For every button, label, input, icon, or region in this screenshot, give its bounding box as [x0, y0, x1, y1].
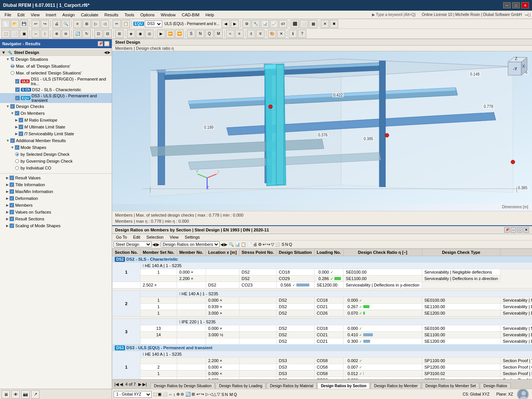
design-ratios-select[interactable]: Design Ratios on Members	[161, 241, 220, 247]
nav-close[interactable]: ✕	[104, 41, 109, 46]
bt2[interactable]: ▣	[158, 392, 162, 397]
online-expand[interactable]: □	[528, 13, 530, 17]
tb-x2[interactable]: ✖	[330, 20, 338, 28]
bt6[interactable]: ⊕	[176, 392, 180, 397]
snap2[interactable]: ⊟	[103, 30, 112, 38]
t1[interactable]: ≡	[73, 20, 82, 28]
tb-more2[interactable]: 🔧	[252, 20, 260, 28]
res-view[interactable]: View	[167, 234, 181, 240]
3d-viewport[interactable]: 0.422 0.148 0.376 0.189 0.376 0.385 0.77…	[112, 51, 532, 211]
menu-edit[interactable]: Edit	[14, 12, 28, 18]
nav-result-sections[interactable]: ▶ ✓ Result Sections	[0, 215, 112, 222]
bt13[interactable]: ◁	[209, 392, 212, 397]
nav-deformation[interactable]: ▶ ✓ Deformation	[0, 195, 112, 202]
bt5[interactable]: ↕	[173, 392, 176, 397]
tb-more3[interactable]: 📊	[261, 20, 269, 28]
res-tbA[interactable]: S	[282, 242, 284, 247]
bt3[interactable]: ⬜	[162, 392, 168, 397]
nav-title-info[interactable]: ▶ ✓ Title Information	[0, 181, 112, 188]
res-tb2[interactable]: 📊	[235, 242, 240, 247]
res-tb6[interactable]: ⚙	[258, 242, 262, 247]
res-settings[interactable]: Settings	[182, 234, 202, 240]
res-selection[interactable]: Selection	[144, 234, 166, 240]
scale2[interactable]: ∓	[256, 30, 264, 38]
nav-design-situations[interactable]: ▼ 🏗 Design Situations	[0, 56, 112, 63]
maximize-button[interactable]: □	[512, 2, 520, 8]
view4[interactable]: ↔	[32, 30, 40, 38]
table-row[interactable]: 1 0.000 × DS3 CO58 0.012 ✓ SP3100.02 Sec…	[112, 370, 532, 377]
nav-prev[interactable]: ◀	[222, 20, 230, 28]
res-tb5[interactable]: 🖨	[253, 242, 257, 247]
nav-display-btn[interactable]: 🖥	[2, 390, 10, 399]
r2[interactable]: ⏩	[166, 30, 174, 38]
results-pin[interactable]: 📌	[504, 227, 510, 233]
page-prev[interactable]: ◀	[120, 382, 123, 387]
menu-cadbim[interactable]: CAD-BIM	[179, 12, 202, 18]
nav-arrow-btn[interactable]: ↗	[31, 390, 40, 399]
nav-next[interactable]: ▶	[231, 20, 239, 28]
menu-options[interactable]: Options	[137, 12, 158, 18]
3d2[interactable]: ◉	[136, 30, 144, 38]
undo-btn[interactable]: ↩	[32, 20, 40, 28]
table-row[interactable]: 1 0.000 × DS2 CO18 0.000 ✓ SE0100.00 Ser…	[112, 269, 532, 276]
view2[interactable]: ⬜	[11, 30, 19, 38]
nav-design-checks[interactable]: ▼ ✓ Design Checks	[0, 103, 112, 110]
t4[interactable]: ◁	[101, 20, 109, 28]
bt8[interactable]: 🔄	[185, 392, 191, 397]
res-tb4[interactable]: 📄	[247, 242, 252, 247]
save-btn[interactable]: 💾	[20, 20, 28, 28]
nav-by-individual[interactable]: by Individual CO	[0, 165, 112, 171]
page-last[interactable]: ▶|	[142, 382, 147, 387]
extra1[interactable]: ≈	[226, 30, 234, 38]
t2[interactable]: ⊞	[82, 20, 91, 28]
menu-help[interactable]: Help	[203, 12, 217, 18]
page-next[interactable]: ▶	[138, 382, 141, 387]
res-filter[interactable]: ▽	[271, 242, 274, 247]
nav-eye-btn[interactable]: 👁	[11, 390, 20, 399]
coord-system-select[interactable]: 1 - Global XYZ	[114, 391, 152, 398]
tb-more5[interactable]: 🏷	[279, 20, 287, 28]
res-nav-prev[interactable]: ◀	[152, 242, 155, 247]
snap1[interactable]: ⊡	[94, 30, 103, 38]
table-row[interactable]: 1 0.939 × DS2 CO21 0.267 ✓ SE1100.00 Ser…	[112, 304, 532, 310]
3d1[interactable]: ◈	[127, 30, 135, 38]
tab-section[interactable]: Design Ratios by Section	[317, 383, 370, 389]
tab-design-ratios[interactable]: Design Ratios	[480, 383, 510, 389]
nav-ultimate[interactable]: ▶ ✓ M Ultimate Limit State	[0, 124, 112, 130]
menu-view[interactable]: View	[28, 12, 43, 18]
zoom-btn[interactable]: 🔍	[62, 20, 70, 28]
info1[interactable]: ℹ	[289, 30, 297, 38]
table-row[interactable]: 2.502 × DS2 CO23 0.566 ✓ SE1200.00 Servi…	[112, 282, 532, 288]
t3[interactable]: ▷	[92, 20, 100, 28]
tab-material[interactable]: Design Ratios by Material	[266, 383, 317, 389]
table-row[interactable]: 14 3.000 ½ DS2 CO21 0.410 ✓ SE1100.00 Se…	[112, 332, 532, 338]
res-ratios-prev[interactable]: ◀	[220, 242, 223, 247]
tb-r3[interactable]: ▦	[309, 20, 317, 28]
bt19[interactable]: Q	[234, 392, 237, 397]
nav-by-selected[interactable]: by Selected Design Check	[0, 151, 112, 158]
view9[interactable]: ↻	[82, 30, 91, 38]
new-btn[interactable]: 📄	[2, 20, 10, 28]
steel-design-select[interactable]: Steel Design	[114, 241, 152, 247]
res-tb9[interactable]: ⬜	[275, 242, 280, 247]
table-row[interactable]: 2.200 × DS2 CO29 0.286 ✓ SE1100.00 Servi…	[112, 276, 532, 282]
extra2[interactable]: ≡	[235, 30, 244, 38]
s2[interactable]: N	[196, 30, 204, 38]
r3[interactable]: ⏪	[175, 30, 184, 38]
res-tb3[interactable]: 📋	[241, 242, 246, 247]
print-btn[interactable]: 🖨	[52, 20, 61, 28]
res-tb8[interactable]: ↪	[267, 242, 270, 247]
view1[interactable]: ⬚	[2, 30, 10, 38]
table-row[interactable]: 3 I IPE 220 | 1 - S235	[112, 319, 532, 325]
nav-additional-results[interactable]: ▼ ✓ Additional Member Results	[0, 137, 112, 144]
mesh1[interactable]: ⊞	[115, 30, 124, 38]
results-table-container[interactable]: Section No. Member Set No. Member No. Lo…	[112, 249, 532, 379]
res-tbC[interactable]: Q	[289, 242, 292, 247]
color1[interactable]: 🎨	[268, 30, 276, 38]
nav-max-all[interactable]: Max. of all 'Design Situations'	[0, 63, 112, 70]
bt9[interactable]: ⊞	[192, 392, 195, 397]
menu-assign[interactable]: Assign	[59, 12, 78, 18]
nav-steel-design[interactable]: ▼ 🔩 Steel Design ◀ ▶	[0, 49, 112, 56]
table-row[interactable]: 1 0.000 × DS2 CO18 0.000 ✓ SE0100.00 Ser…	[112, 297, 532, 304]
page-first[interactable]: |◀	[114, 382, 119, 387]
